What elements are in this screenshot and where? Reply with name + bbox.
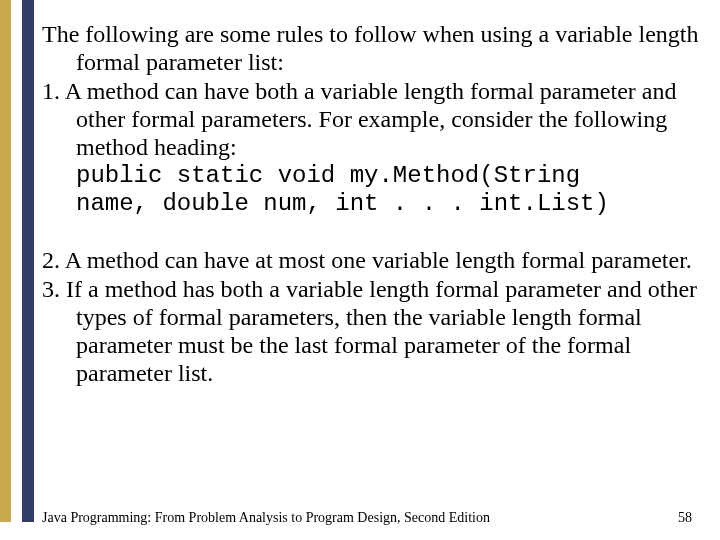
- code-line-2: name, double num, int . . . int.List): [42, 190, 702, 218]
- code-line-1: public static void my.Method(String: [42, 162, 702, 190]
- page-number: 58: [678, 510, 692, 526]
- stripe-navy: [22, 0, 34, 522]
- stripe-white: [11, 0, 22, 522]
- rule-1: 1. A method can have both a variable len…: [42, 77, 702, 162]
- content-area: The following are some rules to follow w…: [42, 20, 702, 388]
- rule-1-text: A method can have both a variable length…: [65, 78, 677, 161]
- intro-text: The following are some rules to follow w…: [42, 20, 702, 77]
- rule-3-num: 3.: [42, 276, 60, 302]
- rule-1-num: 1.: [42, 78, 60, 104]
- rule-3-text: If a method has both a variable length f…: [66, 276, 697, 387]
- slide: The following are some rules to follow w…: [0, 0, 720, 540]
- spacer: [42, 218, 702, 246]
- footer: Java Programming: From Problem Analysis …: [42, 510, 702, 526]
- stripe-gold: [0, 0, 11, 522]
- rule-2-text: A method can have at most one variable l…: [65, 247, 692, 273]
- rule-2-num: 2.: [42, 247, 60, 273]
- side-stripe: [0, 0, 34, 522]
- footer-title: Java Programming: From Problem Analysis …: [42, 510, 490, 525]
- rule-2: 2. A method can have at most one variabl…: [42, 246, 702, 274]
- rule-3: 3. If a method has both a variable lengt…: [42, 275, 702, 388]
